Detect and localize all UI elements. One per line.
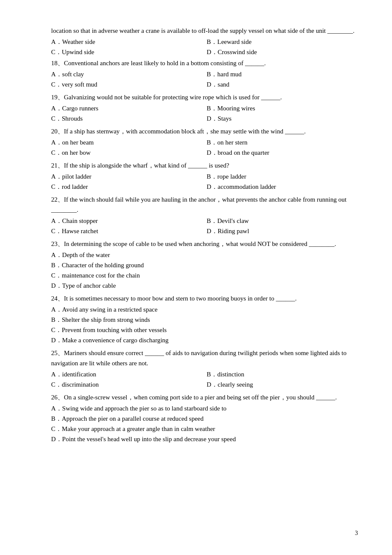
option-d-crosswind: D．Crosswind side: [207, 47, 358, 57]
question-20: 20、If a ship has sternway，with accommoda…: [51, 126, 358, 158]
q24-text: 24、It is sometimes necessary to moor bow…: [51, 293, 358, 304]
q19-option-c: C．Shrouds: [51, 113, 202, 124]
q25-option-c: C．discrimination: [51, 379, 202, 390]
q22-option-c: C．Hawse ratchet: [51, 226, 202, 236]
question-25: 25、Mariners should ensure correct ______…: [51, 348, 358, 390]
q24-option-a: A．Avoid any swing in a restricted space: [51, 304, 358, 315]
page-content: location so that in adverse weather a cr…: [51, 26, 358, 444]
q23-text: 23、In determining the scope of cable to …: [51, 239, 358, 249]
option-c-upwind: C．Upwind side: [51, 47, 202, 57]
q19-option-d: D．Stays: [207, 113, 358, 124]
q20-option-c: C．on her bow: [51, 147, 202, 158]
q21-text: 21、If the ship is alongside the wharf，wh…: [51, 160, 358, 171]
question-22: 22、If the winch should fail while you ar…: [51, 194, 358, 236]
q26-option-a: A．Swing wide and approach the pier so as…: [51, 403, 358, 413]
q21-option-d: D．accommodation ladder: [207, 182, 358, 192]
q20-option-a: A．on her beam: [51, 137, 202, 147]
q22-option-a: A．Chain stopper: [51, 216, 202, 226]
q18-options: A．soft clay B．hard mud C．very soft mud D…: [51, 69, 358, 90]
page-number: 3: [355, 529, 358, 538]
q22-option-d: D．Riding pawl: [207, 226, 358, 236]
q22-options: A．Chain stopper B．Devil's claw C．Hawse r…: [51, 216, 358, 236]
q21-option-b: B．rope ladder: [207, 171, 358, 182]
q25-option-a: A．identification: [51, 369, 202, 379]
q25-options: A．identification B．distinction C．discrim…: [51, 369, 358, 390]
q19-option-b: B．Mooring wires: [207, 103, 358, 113]
question-23: 23、In determining the scope of cable to …: [51, 239, 358, 291]
q21-options: A．pilot ladder B．rope ladder C．rod ladde…: [51, 171, 358, 192]
q24-option-d: D．Make a convenience of cargo dischargin…: [51, 335, 358, 345]
q18-option-b: B．hard mud: [207, 69, 358, 79]
q20-options: A．on her beam B．on her stern C．on her bo…: [51, 137, 358, 158]
q25-option-b: B．distinction: [207, 369, 358, 379]
q22-option-b: B．Devil's claw: [207, 216, 358, 226]
q26-option-b: B．Approach the pier on a parallel course…: [51, 413, 358, 424]
q25-text: 25、Mariners should ensure correct ______…: [51, 348, 358, 368]
q23-option-c: C．maintenance cost for the chain: [51, 270, 358, 280]
q23-option-b: B．Character of the holding ground: [51, 260, 358, 270]
q21-option-c: C．rod ladder: [51, 182, 202, 192]
q20-option-b: B．on her stern: [207, 137, 358, 147]
q21-option-a: A．pilot ladder: [51, 171, 202, 182]
question-24: 24、It is sometimes necessary to moor bow…: [51, 293, 358, 345]
q26-option-c: C．Make your approach at a greater angle …: [51, 424, 358, 434]
q18-option-d: D．sand: [207, 79, 358, 90]
option-a-weather: A．Weather side: [51, 37, 202, 47]
q22-text: 22、If the winch should fail while you ar…: [51, 194, 358, 215]
q23-option-a: A．Depth of the water: [51, 250, 358, 260]
q20-option-d: D．broad on the quarter: [207, 147, 358, 158]
q26-options: A．Swing wide and approach the pier so as…: [51, 403, 358, 444]
q19-options: A．Cargo runners B．Mooring wires C．Shroud…: [51, 103, 358, 124]
q18-text: 18、Conventional anchors are least likely…: [51, 58, 358, 68]
q19-option-a: A．Cargo runners: [51, 103, 202, 113]
q18-option-c: C．very soft mud: [51, 79, 202, 90]
q23-option-d: D．Type of anchor cable: [51, 280, 358, 291]
q26-text: 26、On a single-screw vessel，when coming …: [51, 392, 358, 402]
intro-text: location so that in adverse weather a cr…: [51, 26, 358, 36]
q26-option-d: D．Point the vessel's head well up into t…: [51, 434, 358, 444]
question-26: 26、On a single-screw vessel，when coming …: [51, 392, 358, 444]
q19-text: 19、Galvanizing would not be suitable for…: [51, 92, 358, 102]
q24-options: A．Avoid any swing in a restricted space …: [51, 304, 358, 345]
q25-option-d: D．clearly seeing: [207, 379, 358, 390]
question-18: 18、Conventional anchors are least likely…: [51, 58, 358, 90]
option-b-leeward: B．Leeward side: [207, 37, 358, 47]
q18-option-a: A．soft clay: [51, 69, 202, 79]
question-21: 21、If the ship is alongside the wharf，wh…: [51, 160, 358, 192]
q23-options: A．Depth of the water B．Character of the …: [51, 250, 358, 291]
intro-options: A．Weather side B．Leeward side C．Upwind s…: [51, 37, 358, 57]
q24-option-c: C．Prevent from touching with other vesse…: [51, 325, 358, 335]
q24-option-b: B．Shelter the ship from strong winds: [51, 315, 358, 325]
question-19: 19、Galvanizing would not be suitable for…: [51, 92, 358, 124]
q20-text: 20、If a ship has sternway，with accommoda…: [51, 126, 358, 136]
